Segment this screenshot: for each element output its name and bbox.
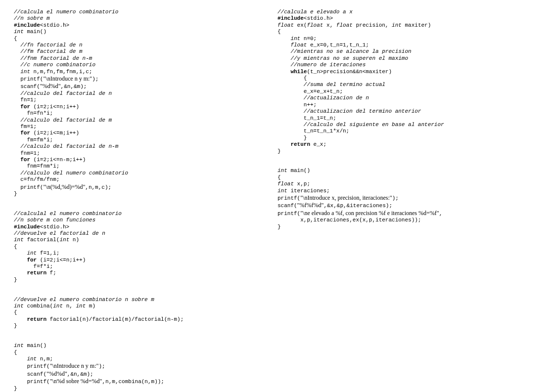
printf-call-cont: x,p,iteraciones,ex(x,p,iteraciones)); (278, 217, 421, 223)
printf-call-end: ,n,m,c); (85, 184, 111, 190)
comment: //calculo del factorial de m (14, 117, 112, 123)
stmt: fm=fm*i; (14, 137, 53, 143)
while-cond: (t_n>precision&&n<maxiter) (307, 69, 392, 75)
type-float: float (307, 22, 323, 28)
type-int: int (278, 188, 287, 194)
blank-line (14, 283, 268, 290)
type-int: int (53, 303, 63, 309)
for-cond: (i=2;i<=n;i++) (30, 104, 79, 110)
comment: //actualizacion del termino anterior (278, 108, 421, 114)
fn-sig: m) (86, 303, 95, 309)
comment: //calculo del factorial de n (14, 90, 112, 96)
page: //calcula el numero combinatorio //n sob… (0, 0, 555, 392)
type-int: int (14, 356, 37, 362)
keyword-for: for (14, 130, 30, 136)
brace-close: } (278, 148, 281, 154)
comment: //fm factorial de m (14, 48, 83, 54)
printf-call: printf( (14, 184, 43, 190)
comment: //n sobre m con funciones (14, 217, 95, 223)
brace-open: { (278, 75, 307, 81)
scanf-call: scanf( (278, 203, 297, 209)
left-column: //calcula el numero combinatorio //n sob… (14, 9, 278, 383)
for-cond: (i=2;i<=m;i++) (30, 130, 79, 136)
comment: //mientras no se alcance la precision (278, 48, 412, 54)
brace-open: { (278, 174, 281, 180)
comment: //c numero combinatorio (14, 62, 95, 68)
string-literal: "%d%d" (46, 370, 67, 377)
keyword-return: return (14, 316, 46, 322)
brace-open: { (278, 29, 281, 35)
scanf-call-end: ,&n,&m); (61, 84, 87, 89)
keyword-return: return (278, 141, 310, 147)
comment: //y mientras no se superen el maximo (278, 55, 408, 61)
fn-sig: precision, (353, 22, 392, 28)
comment: //suma del termino actual (278, 82, 385, 87)
fn-sig: combina( (24, 303, 53, 309)
string-literal: "\n%d sobre %d=%d" (50, 378, 102, 385)
stmt: fnm=fnm*i; (14, 163, 59, 169)
scanf-call-end: ,&x,&p,&iteraciones); (324, 203, 392, 209)
type-int: int (14, 69, 30, 75)
keyword-for: for (14, 257, 37, 263)
scanf-call-end: ,&n,&m); (67, 371, 93, 377)
stmt: e_x=e_x+t_n; (278, 88, 343, 94)
brace-close: } (14, 323, 17, 329)
for-cond: (i=2;i<=n;i++) (37, 257, 86, 263)
string-literal: "\nIntroduce n y m:" (43, 75, 92, 82)
brace-close: } (14, 386, 17, 392)
for-cond: (i=2;i<=n-m;i++) (30, 157, 86, 163)
brace-open: { (14, 309, 17, 315)
string-literal: "%d%d" (40, 83, 61, 89)
decl: n,m; (37, 356, 53, 362)
type-int: int (76, 303, 86, 309)
printf-call: printf( (278, 195, 300, 201)
type-int: int (59, 237, 69, 243)
fn-sig: n, (63, 303, 76, 309)
comment: //fn factorial de n (14, 42, 83, 48)
stmt: fnm=1; (14, 150, 40, 156)
header: <stdio.h> (40, 224, 69, 230)
decl: iteraciones; (287, 188, 330, 194)
stmt: t_n=t_n_1*x/n; (278, 128, 349, 134)
brace-open: { (14, 36, 17, 42)
comment: //calculo del siguiente en base al anter… (278, 122, 444, 128)
type-int: int (14, 303, 24, 309)
printf-call: printf( (14, 363, 50, 369)
type-float: float (278, 22, 294, 28)
scanf-call: scanf( (14, 371, 46, 377)
main-sig: main() (24, 29, 46, 35)
stmt: fn=1; (14, 97, 37, 103)
ret-val: factorial(n)/factorial(m)/factorial(n-m)… (46, 316, 184, 322)
brace-open: { (14, 244, 17, 250)
keyword-return: return (14, 270, 46, 276)
printf-call-end: ); (392, 195, 399, 201)
brace-close: } (14, 277, 17, 283)
header: <stdio.h> (304, 15, 333, 21)
type-int: int (278, 168, 287, 174)
printf-call: printf( (14, 379, 50, 385)
string-literal: "\nIntroduce x, precision, iteraciones:" (300, 194, 392, 201)
type-float: float (336, 22, 353, 28)
printf-call: printf( (278, 211, 300, 217)
ret-val: e_x; (310, 141, 326, 147)
string-literal: "%f%f%d" (297, 202, 324, 209)
stmt: fm=1; (14, 124, 37, 130)
type-int: int (14, 237, 24, 243)
keyword-include: #include (14, 224, 40, 230)
decl-vars: n,m,fn,fm,fnm,i,c; (30, 69, 92, 75)
keyword-for: for (14, 104, 30, 110)
comment: //actualizacion de n (278, 95, 369, 101)
ret-val: f; (46, 270, 56, 276)
type-int: int (278, 36, 300, 42)
fn-sig: factorial( (24, 237, 60, 243)
keyword-for: for (14, 157, 30, 163)
blank-line (278, 155, 531, 161)
type-float: float (278, 42, 307, 48)
blank-line (14, 197, 268, 204)
comment: //calcula e elevado a x (278, 9, 353, 15)
type-int: int (14, 343, 24, 348)
stmt: n++; (278, 102, 317, 108)
decl: f=1,i; (37, 250, 59, 256)
fn-sig: maxiter) (402, 22, 431, 28)
right-column: //calcula e elevado a x #include<stdio.h… (278, 9, 541, 383)
